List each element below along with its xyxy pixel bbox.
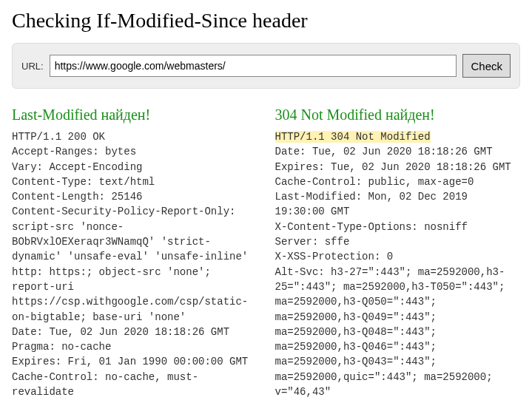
left-heading: Last-Modified найден! xyxy=(12,106,257,123)
right-heading: 304 Not Modified найден! xyxy=(275,106,521,123)
check-button[interactable]: Check xyxy=(462,54,511,78)
page-title: Checking If-Modified-Since header xyxy=(12,9,520,33)
right-headers: HTTP/1.1 304 Not Modified Date: Tue, 02 … xyxy=(275,129,521,400)
right-headers-after: Date: Tue, 02 Jun 2020 18:18:26 GMTExpir… xyxy=(275,146,511,400)
left-headers: HTTP/1.1 200 OKAccept-Ranges: bytesVary:… xyxy=(12,129,257,400)
url-label: URL: xyxy=(21,61,44,72)
right-headers-highlight: HTTP/1.1 304 Not Modified xyxy=(275,131,431,143)
left-column: Last-Modified найден! HTTP/1.1 200 OKAcc… xyxy=(12,106,257,400)
left-headers-before: HTTP/1.1 200 OKAccept-Ranges: bytesVary:… xyxy=(12,131,248,398)
url-bar: URL: Check xyxy=(12,43,520,89)
results-columns: Last-Modified найден! HTTP/1.1 200 OKAcc… xyxy=(12,106,520,400)
url-input[interactable] xyxy=(50,55,457,77)
right-column: 304 Not Modified найден! HTTP/1.1 304 No… xyxy=(275,106,521,400)
